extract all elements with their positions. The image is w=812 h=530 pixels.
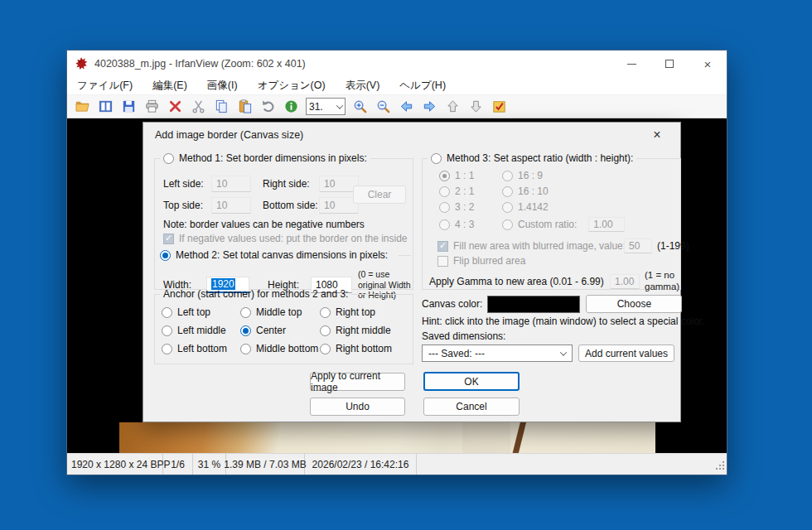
method1-label: Method 1: Set border dimensions in pixel… xyxy=(179,152,367,164)
gamma-hint: (1 = no gamma) xyxy=(645,270,683,293)
left-side-field[interactable]: 10 xyxy=(211,176,251,192)
chevron-down-icon xyxy=(560,349,567,355)
add-current-values-button[interactable]: Add current values xyxy=(578,344,674,362)
flip-blur-checkbox[interactable] xyxy=(437,256,448,267)
anchor-middle-bottom[interactable]: Middle bottom xyxy=(240,343,320,354)
blur-fill-checkbox[interactable] xyxy=(437,241,448,252)
anchor-left-bottom[interactable]: Left bottom xyxy=(162,343,240,354)
anchor-right-middle[interactable]: Right middle xyxy=(320,325,409,336)
zoom-level-combobox[interactable]: 31. xyxy=(306,98,346,115)
down-arrow-icon[interactable] xyxy=(467,98,485,115)
photo-preview xyxy=(119,422,655,453)
blur-value-field[interactable]: 50 xyxy=(624,238,652,253)
right-side-label: Right side: xyxy=(263,178,319,190)
cut-icon[interactable] xyxy=(190,98,207,115)
method1-radio-row[interactable]: Method 1: Set border dimensions in pixel… xyxy=(160,152,370,164)
ratio-3-2[interactable]: 3 : 2 xyxy=(439,201,502,213)
dialog-close-icon[interactable]: × xyxy=(645,128,669,142)
apply-button[interactable]: Apply to current image xyxy=(310,373,405,391)
custom-ratio-field[interactable]: 1.00 xyxy=(588,217,625,232)
anchor-middle-top[interactable]: Middle top xyxy=(240,306,320,318)
negative-values-checkbox[interactable] xyxy=(163,234,174,244)
maximize-button[interactable] xyxy=(650,51,689,77)
method1-group: Method 1: Set border dimensions in pixel… xyxy=(154,152,413,290)
choose-color-button[interactable]: Choose xyxy=(586,295,682,313)
chevron-down-icon xyxy=(336,102,343,108)
method1-radio[interactable] xyxy=(163,153,174,164)
method3-radio-row[interactable]: Method 3: Set aspect ratio (width : heig… xyxy=(428,152,636,164)
save-icon[interactable] xyxy=(120,98,138,115)
info-icon[interactable] xyxy=(283,98,300,115)
saved-dimensions-dropdown[interactable]: --- Saved: --- xyxy=(422,344,573,362)
ratio-2-1[interactable]: 2 : 1 xyxy=(439,186,502,197)
menu-options[interactable]: オプション(O) xyxy=(258,79,326,93)
next-image-icon[interactable] xyxy=(421,98,438,115)
flip-blur-label: Flip blurred area xyxy=(453,255,525,267)
status-file-size: 1.39 MB / 7.03 MB xyxy=(226,454,305,475)
previous-image-icon[interactable] xyxy=(398,98,415,115)
blur-range-label: (1-199) xyxy=(657,240,689,252)
method3-label: Method 3: Set aspect ratio (width : heig… xyxy=(447,152,633,164)
slideshow-icon[interactable] xyxy=(97,98,114,115)
maximize-icon xyxy=(665,60,674,68)
window-title: 4020388_m.jpg - IrfanView (Zoom: 602 x 4… xyxy=(94,58,306,70)
blur-fill-label: Fill new area with blurred image, value: xyxy=(453,240,619,252)
open-folder-icon[interactable] xyxy=(74,98,91,115)
cancel-button[interactable]: Cancel xyxy=(423,398,520,416)
method2-radio[interactable] xyxy=(160,250,171,261)
menu-file[interactable]: ファイル(F) xyxy=(77,79,133,93)
method2-radio-row[interactable]: Method 2: Set total canvas dimensions in… xyxy=(160,249,411,261)
zoom-out-icon[interactable] xyxy=(375,98,392,115)
ratio-1-4142[interactable]: 1.4142 xyxy=(502,201,677,213)
status-bar: 1920 x 1280 x 24 BPP 1/6 31 % 1.39 MB / … xyxy=(67,453,727,475)
ratio-16-10[interactable]: 16 : 10 xyxy=(502,186,677,197)
menu-edit[interactable]: 編集(E) xyxy=(152,79,187,93)
delete-icon[interactable] xyxy=(167,98,184,115)
title-bar[interactable]: 4020388_m.jpg - IrfanView (Zoom: 602 x 4… xyxy=(67,51,727,77)
zoom-in-icon[interactable] xyxy=(351,98,369,115)
saved-dimensions-label: Saved dimensions: xyxy=(422,330,505,342)
bottom-side-label: Bottom side: xyxy=(263,200,319,211)
anchor-right-top[interactable]: Right top xyxy=(320,306,409,318)
anchor-left-top[interactable]: Left top xyxy=(162,306,240,318)
menu-help[interactable]: ヘルプ(H) xyxy=(399,79,446,93)
note-text: Note: border values can be negative numb… xyxy=(163,219,365,230)
close-icon: × xyxy=(704,58,712,70)
ratio-custom[interactable]: Custom ratio: 1.00 xyxy=(502,217,677,232)
up-arrow-icon[interactable] xyxy=(444,98,462,115)
minimize-button[interactable] xyxy=(612,51,650,77)
menu-view[interactable]: 表示(V) xyxy=(346,79,380,93)
dialog-title-bar[interactable]: Add image border (Canvas size) × xyxy=(143,123,680,147)
print-icon[interactable] xyxy=(143,98,161,115)
status-zoom-percent: 31 % xyxy=(193,454,226,475)
undo-button[interactable]: Undo xyxy=(310,398,405,416)
menu-bar: ファイル(F) 編集(E) 画像(I) オプション(O) 表示(V) ヘルプ(H… xyxy=(67,77,727,95)
irfanview-app-icon xyxy=(74,56,89,71)
menu-image[interactable]: 画像(I) xyxy=(207,79,238,93)
anchor-center[interactable]: Center xyxy=(240,325,320,336)
anchor-group: Anchor (start corner) for methods 2 and … xyxy=(154,288,413,364)
method2-divider xyxy=(399,255,411,256)
clear-button[interactable]: Clear xyxy=(353,186,406,204)
canvas-color-hint: Hint: click into the image (main window)… xyxy=(422,316,704,327)
top-side-field[interactable]: 10 xyxy=(211,197,251,214)
copy-icon[interactable] xyxy=(213,98,230,115)
zoom-level-value: 31. xyxy=(309,101,334,113)
ratio-1-1[interactable]: 1 : 1 xyxy=(439,170,502,181)
ok-button[interactable]: OK xyxy=(423,372,520,391)
canvas-color-label: Canvas color: xyxy=(422,298,482,310)
method3-radio[interactable] xyxy=(431,153,442,164)
properties-check-icon[interactable] xyxy=(491,98,508,115)
anchor-left-middle[interactable]: Left middle xyxy=(162,325,240,336)
gamma-field[interactable]: 1.00 xyxy=(610,274,640,289)
anchor-right-bottom[interactable]: Right bottom xyxy=(320,343,409,354)
ratio-4-3[interactable]: 4 : 3 xyxy=(439,217,502,232)
status-file-date: 2026/02/23 / 16:42:16 xyxy=(305,454,417,475)
dialog-title: Add image border (Canvas size) xyxy=(155,129,303,141)
close-button[interactable]: × xyxy=(689,51,727,77)
photo-door-frame xyxy=(511,417,527,453)
paste-icon[interactable] xyxy=(236,98,254,115)
resize-grip-icon[interactable] xyxy=(715,460,725,473)
undo-icon[interactable] xyxy=(259,98,277,115)
ratio-16-9[interactable]: 16 : 9 xyxy=(502,170,677,181)
